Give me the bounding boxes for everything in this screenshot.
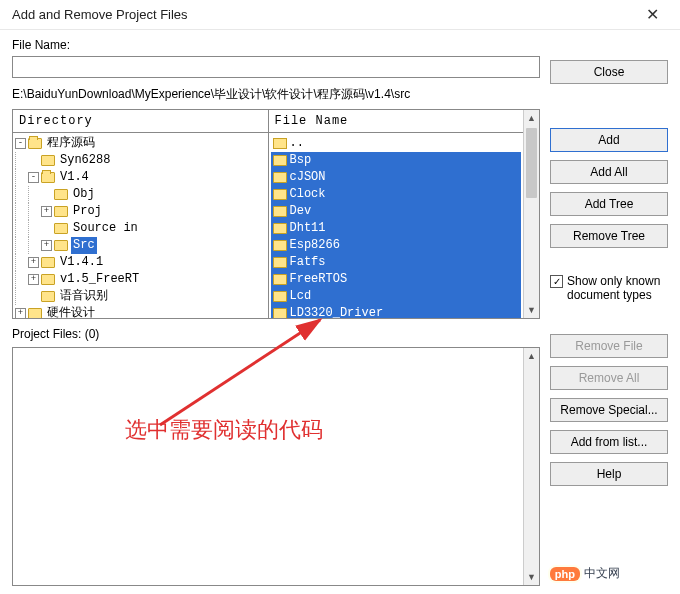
tree-item-label: Syn6288 xyxy=(58,152,112,169)
file-item-label: Dht11 xyxy=(290,220,326,237)
tree-item-label: Obj xyxy=(71,186,97,203)
remove-file-button[interactable]: Remove File xyxy=(550,334,668,358)
directory-pane: Directory -程序源码Syn6288-V1.4Obj+ProjSourc… xyxy=(13,110,268,318)
file-item-label: Dev xyxy=(290,203,312,220)
scroll-down-icon[interactable]: ▼ xyxy=(524,569,539,585)
folder-icon xyxy=(54,240,68,251)
add-tree-button[interactable]: Add Tree xyxy=(550,192,668,216)
folder-icon xyxy=(41,155,55,166)
tree-item[interactable]: -V1.4 xyxy=(15,169,268,186)
tree-item-label: V1.4 xyxy=(58,169,91,186)
add-all-button[interactable]: Add All xyxy=(550,160,668,184)
tree-item-label: 程序源码 xyxy=(45,135,97,152)
tree-item[interactable]: +Proj xyxy=(15,203,268,220)
tree-item-label: v1.5_FreeRT xyxy=(58,271,141,288)
remove-tree-button[interactable]: Remove Tree xyxy=(550,224,668,248)
scroll-up-icon[interactable]: ▲ xyxy=(524,348,539,364)
tree-item[interactable]: 语音识别 xyxy=(15,288,268,305)
file-item[interactable]: Clock xyxy=(271,186,522,203)
folder-icon xyxy=(41,172,55,183)
file-item[interactable]: Fatfs xyxy=(271,254,522,271)
tree-item[interactable]: -程序源码 xyxy=(15,135,268,152)
project-files-list[interactable]: ▲ ▼ xyxy=(12,347,540,586)
project-files-label: Project Files: (0) xyxy=(12,327,540,341)
file-name-input[interactable] xyxy=(12,56,540,78)
tree-toggle-icon[interactable]: + xyxy=(41,240,52,251)
file-item[interactable]: Dht11 xyxy=(271,220,522,237)
tree-toggle-icon[interactable]: + xyxy=(15,308,26,318)
folder-icon xyxy=(273,291,287,302)
folder-icon xyxy=(273,189,287,200)
close-icon[interactable]: ✕ xyxy=(632,1,672,29)
checkbox-label: Show only known document types xyxy=(567,274,668,302)
tree-item[interactable]: Obj xyxy=(15,186,268,203)
tree-item-label: Source in xyxy=(71,220,140,237)
show-known-types-checkbox[interactable]: ✓ Show only known document types xyxy=(550,274,668,302)
file-item-label: LD3320_Driver xyxy=(290,305,384,318)
folder-icon xyxy=(273,240,287,251)
file-item-label: cJSON xyxy=(290,169,326,186)
tree-toggle-icon[interactable]: + xyxy=(28,257,39,268)
file-item-label: Fatfs xyxy=(290,254,326,271)
file-item[interactable]: Dev xyxy=(271,203,522,220)
add-from-list-button[interactable]: Add from list... xyxy=(550,430,668,454)
file-list[interactable]: ..BspcJSONClockDevDht11Esp8266FatfsFreeR… xyxy=(269,133,524,318)
scroll-up-icon[interactable]: ▲ xyxy=(524,110,539,126)
checkbox-icon[interactable]: ✓ xyxy=(550,275,563,288)
file-list-pane: File Name ..BspcJSONClockDevDht11Esp8266… xyxy=(268,110,524,318)
folder-icon xyxy=(41,274,55,285)
file-list-header: File Name xyxy=(269,110,524,133)
tree-item[interactable]: +硬件设计 xyxy=(15,305,268,318)
tree-item-label: Src xyxy=(71,237,97,254)
add-button[interactable]: Add xyxy=(550,128,668,152)
tree-toggle-icon[interactable]: + xyxy=(41,206,52,217)
close-button[interactable]: Close xyxy=(550,60,668,84)
tree-item[interactable]: +Src xyxy=(15,237,268,254)
up-folder-icon xyxy=(273,138,287,149)
tree-item-label: 语音识别 xyxy=(58,288,110,305)
file-item[interactable]: FreeRTOS xyxy=(271,271,522,288)
folder-icon xyxy=(54,206,68,217)
tree-item-label: 硬件设计 xyxy=(45,305,97,318)
window-titlebar: Add and Remove Project Files ✕ xyxy=(0,0,680,30)
watermark-logo: php xyxy=(550,567,580,581)
folder-icon xyxy=(273,257,287,268)
tree-toggle-icon[interactable]: + xyxy=(28,274,39,285)
folder-icon xyxy=(273,308,287,318)
folder-icon xyxy=(273,155,287,166)
file-name-label: File Name: xyxy=(12,38,540,52)
remove-special-button[interactable]: Remove Special... xyxy=(550,398,668,422)
folder-icon xyxy=(273,223,287,234)
tree-item[interactable]: +v1.5_FreeRT xyxy=(15,271,268,288)
file-item[interactable]: Bsp xyxy=(271,152,522,169)
tree-item[interactable]: +V1.4.1 xyxy=(15,254,268,271)
project-scrollbar[interactable]: ▲ ▼ xyxy=(523,348,539,585)
file-item-label: .. xyxy=(290,135,304,152)
directory-tree[interactable]: -程序源码Syn6288-V1.4Obj+ProjSource in+Src+V… xyxy=(13,133,268,318)
window-title: Add and Remove Project Files xyxy=(12,7,632,22)
file-item[interactable]: LD3320_Driver xyxy=(271,305,522,318)
folder-icon xyxy=(273,206,287,217)
file-item[interactable]: cJSON xyxy=(271,169,522,186)
tree-toggle-icon[interactable]: - xyxy=(15,138,26,149)
browser-panes: Directory -程序源码Syn6288-V1.4Obj+ProjSourc… xyxy=(12,109,540,319)
tree-toggle-icon[interactable]: - xyxy=(28,172,39,183)
watermark-badge: php 中文网 xyxy=(550,565,620,582)
file-item[interactable]: Esp8266 xyxy=(271,237,522,254)
file-item-label: Bsp xyxy=(290,152,312,169)
folder-icon xyxy=(273,274,287,285)
watermark-text: 中文网 xyxy=(584,565,620,582)
folder-icon xyxy=(41,257,55,268)
file-item-label: Lcd xyxy=(290,288,312,305)
help-button[interactable]: Help xyxy=(550,462,668,486)
file-item[interactable]: Lcd xyxy=(271,288,522,305)
scroll-down-icon[interactable]: ▼ xyxy=(524,302,539,318)
panes-scrollbar[interactable]: ▲ ▼ xyxy=(523,110,539,318)
folder-icon xyxy=(28,308,42,318)
folder-icon xyxy=(28,138,42,149)
file-item[interactable]: .. xyxy=(271,135,522,152)
tree-item[interactable]: Syn6288 xyxy=(15,152,268,169)
tree-item-label: Proj xyxy=(71,203,104,220)
tree-item[interactable]: Source in xyxy=(15,220,268,237)
remove-all-button[interactable]: Remove All xyxy=(550,366,668,390)
